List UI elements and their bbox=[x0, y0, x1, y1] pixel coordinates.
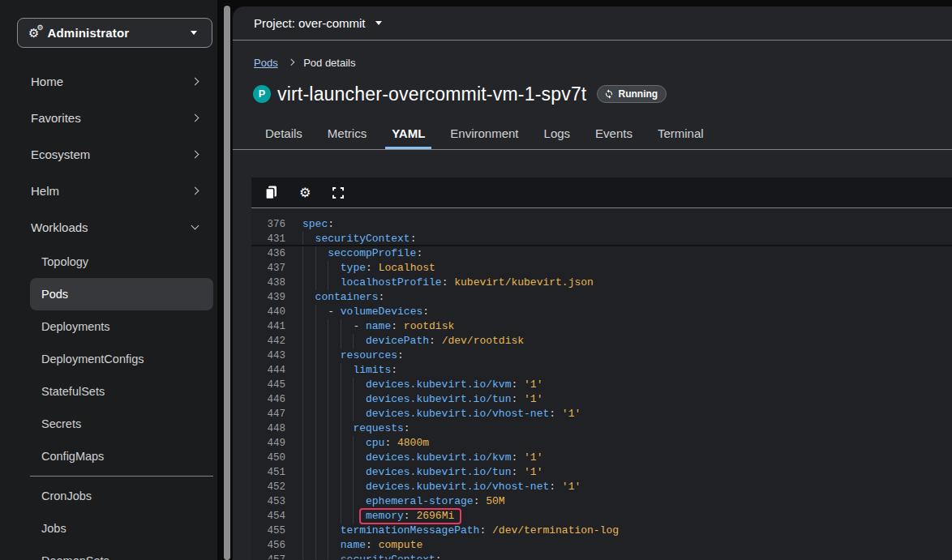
line-content: devices.kubevirt.io/kvm: '1' bbox=[302, 378, 542, 392]
yaml-token: devices.kubevirt.io/vhost-net bbox=[366, 480, 549, 494]
tab-terminal[interactable]: Terminal bbox=[651, 120, 710, 149]
sidebar-item-statefulsets[interactable]: StatefulSets bbox=[30, 375, 213, 408]
yaml-line-454[interactable]: 454memory: 2696Mi bbox=[251, 509, 952, 524]
yaml-token: memory bbox=[366, 510, 404, 522]
yaml-line-446[interactable]: 446devices.kubevirt.io/tun: '1' bbox=[251, 392, 952, 407]
tab-environment[interactable]: Environment bbox=[444, 120, 525, 149]
yaml-token: : bbox=[511, 451, 524, 465]
yaml-line-456[interactable]: 456name: compute bbox=[251, 538, 952, 553]
yaml-token: : bbox=[384, 436, 397, 451]
sidebar-item-helm[interactable]: Helm bbox=[0, 173, 217, 209]
line-content: securityContext: bbox=[302, 232, 416, 245]
sidebar-item-label: StatefulSets bbox=[41, 385, 105, 398]
yaml-token: securityContext bbox=[341, 553, 435, 559]
yaml-code-area[interactable]: 376spec:431securityContext:436seccompPro… bbox=[251, 208, 952, 559]
yaml-token: rootdisk bbox=[404, 319, 454, 334]
yaml-line-448[interactable]: 448requests: bbox=[251, 421, 952, 436]
yaml-line-444[interactable]: 444limits: bbox=[251, 363, 952, 378]
yaml-line-455[interactable]: 455terminationMessagePath: /dev/terminat… bbox=[251, 524, 952, 538]
editor-settings-button[interactable]: ⚙ bbox=[299, 186, 311, 199]
sidebar-item-ecosystem[interactable]: Ecosystem bbox=[0, 136, 217, 173]
line-content: devices.kubevirt.io/vhost-net: '1' bbox=[302, 480, 581, 494]
yaml-token: : bbox=[422, 305, 429, 319]
sidebar-item-configmaps[interactable]: ConfigMaps bbox=[30, 440, 213, 472]
line-number: 444 bbox=[251, 363, 285, 378]
yaml-line-436[interactable]: 436seccompProfile: bbox=[251, 246, 952, 261]
yaml-line-445[interactable]: 445devices.kubevirt.io/kvm: '1' bbox=[251, 378, 952, 392]
line-number: 441 bbox=[251, 319, 285, 334]
sidebar-item-label: Helm bbox=[31, 184, 59, 198]
yaml-line-440[interactable]: 440- volumeDevices: bbox=[251, 305, 952, 319]
yaml-line-457[interactable]: 457securityContext: bbox=[251, 553, 952, 559]
tab-details[interactable]: Details bbox=[259, 120, 309, 149]
sidebar-item-favorites[interactable]: Favorites bbox=[0, 100, 217, 136]
main-panel: Project: over-commit Pods Pod details P … bbox=[233, 6, 952, 560]
sidebar-item-deploymentconfigs[interactable]: DeploymentConfigs bbox=[30, 343, 213, 375]
line-content: cpu: 4800m bbox=[302, 436, 429, 451]
copy-button[interactable] bbox=[265, 186, 277, 199]
yaml-token: : bbox=[511, 465, 524, 480]
yaml-line-438[interactable]: 438localhostProfile: kubevirt/kubevirt.j… bbox=[251, 276, 952, 290]
yaml-token: '1' bbox=[562, 480, 581, 494]
sidebar-item-label: Home bbox=[31, 75, 63, 88]
line-number: 438 bbox=[251, 276, 285, 290]
tab-yaml[interactable]: YAML bbox=[385, 120, 431, 149]
yaml-line-437[interactable]: 437type: Localhost bbox=[251, 261, 952, 276]
line-number: 376 bbox=[251, 217, 285, 232]
yaml-line-453[interactable]: 453ephemeral-storage: 50M bbox=[251, 494, 952, 509]
breadcrumb-pods-link[interactable]: Pods bbox=[254, 57, 278, 69]
perspective-switcher[interactable]: ⚙⚙ Administrator bbox=[17, 18, 212, 48]
status-badge: Running bbox=[597, 85, 667, 103]
yaml-line-450[interactable]: 450devices.kubevirt.io/kvm: '1' bbox=[251, 451, 952, 465]
sidebar-scrollbar[interactable] bbox=[224, 6, 230, 560]
sidebar-item-home[interactable]: Home bbox=[0, 63, 217, 100]
yaml-token: : bbox=[479, 524, 492, 538]
line-content: securityContext: bbox=[302, 553, 442, 559]
sidebar-item-pods[interactable]: Pods bbox=[30, 278, 213, 310]
yaml-line-449[interactable]: 449cpu: 4800m bbox=[251, 436, 952, 451]
line-number: 449 bbox=[251, 436, 285, 451]
yaml-line-451[interactable]: 451devices.kubevirt.io/tun: '1' bbox=[251, 465, 952, 480]
line-content: devices.kubevirt.io/tun: '1' bbox=[302, 392, 542, 407]
sidebar-item-label: ConfigMaps bbox=[41, 450, 104, 463]
chevron-right-icon bbox=[191, 151, 199, 159]
yaml-token: cpu bbox=[366, 436, 384, 451]
sidebar-item-deployments[interactable]: Deployments bbox=[30, 310, 213, 343]
tab-logs[interactable]: Logs bbox=[538, 120, 577, 149]
tab-events[interactable]: Events bbox=[589, 120, 639, 149]
line-content: containers: bbox=[302, 290, 384, 305]
page-title: virt-launcher-overcommit-vm-1-spv7t bbox=[277, 83, 586, 105]
yaml-token: : bbox=[435, 553, 442, 559]
sidebar-item-daemonsets[interactable]: DaemonSets bbox=[30, 545, 213, 560]
yaml-line-443[interactable]: 443resources: bbox=[251, 348, 952, 363]
yaml-line-441[interactable]: 441- name: rootdisk bbox=[251, 319, 952, 334]
yaml-line-452[interactable]: 452devices.kubevirt.io/vhost-net: '1' bbox=[251, 480, 952, 494]
line-content: requests: bbox=[302, 421, 410, 436]
cogs-icon: ⚙⚙ bbox=[28, 27, 39, 39]
sidebar-item-jobs[interactable]: Jobs bbox=[30, 512, 213, 545]
expand-button[interactable] bbox=[332, 187, 344, 199]
line-content: - volumeDevices: bbox=[302, 305, 429, 319]
yaml-line-447[interactable]: 447devices.kubevirt.io/vhost-net: '1' bbox=[251, 407, 952, 421]
yaml-token: devices.kubevirt.io/kvm bbox=[366, 378, 511, 392]
yaml-token: : bbox=[391, 319, 404, 334]
yaml-token: - bbox=[328, 305, 341, 319]
yaml-line-442[interactable]: 442devicePath: /dev/rootdisk bbox=[251, 334, 952, 348]
sidebar-item-workloads[interactable]: Workloads bbox=[0, 209, 217, 246]
yaml-token: seccompProfile bbox=[328, 246, 416, 261]
yaml-line-439[interactable]: 439containers: bbox=[251, 290, 952, 305]
chevron-right-icon bbox=[288, 59, 294, 66]
line-number: 454 bbox=[251, 509, 285, 524]
indent-guides bbox=[302, 232, 315, 245]
line-number: 447 bbox=[251, 407, 285, 421]
sidebar-item-secrets[interactable]: Secrets bbox=[30, 408, 213, 440]
sidebar-item-topology[interactable]: Topology bbox=[30, 246, 213, 278]
sidebar-item-cronjobs[interactable]: CronJobs bbox=[30, 480, 213, 512]
tab-metrics[interactable]: Metrics bbox=[321, 120, 373, 149]
line-content: resources: bbox=[302, 348, 404, 363]
yaml-line-431[interactable]: 431securityContext: bbox=[251, 232, 952, 246]
line-number: 440 bbox=[251, 305, 285, 319]
yaml-line-376[interactable]: 376spec: bbox=[251, 217, 952, 232]
project-selector[interactable]: Project: over-commit bbox=[254, 16, 382, 30]
line-number: 439 bbox=[251, 290, 285, 305]
